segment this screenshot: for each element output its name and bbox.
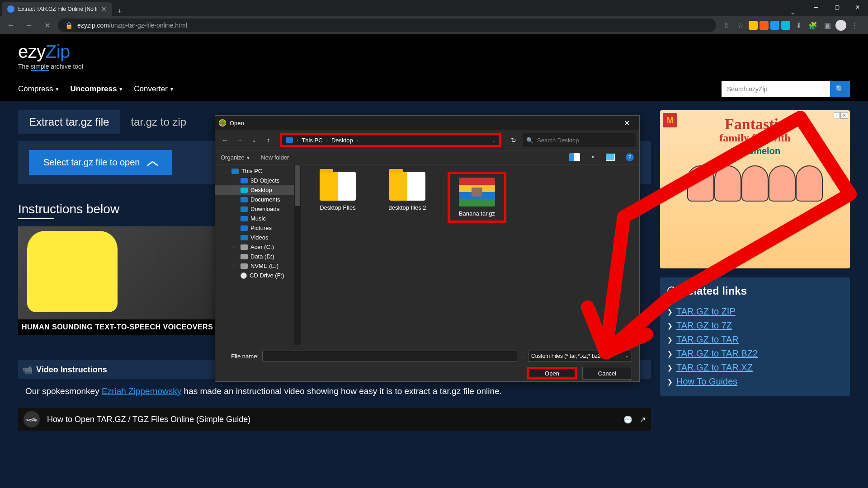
tree-item[interactable]: ›NVME (E:) [215, 261, 301, 271]
new-folder-button[interactable]: New folder [261, 154, 289, 161]
ad-close-icon[interactable]: ✕ [840, 112, 848, 119]
sidebar-ad[interactable]: M i ✕ Fantastic family fun with CoComelo… [660, 110, 850, 268]
new-tab-button[interactable]: + [112, 7, 128, 16]
related-link[interactable]: TAR.GZ to TAR.XZ [676, 362, 753, 373]
related-link[interactable]: How To Guides [676, 376, 737, 387]
file-open-dialog: Open ✕ ← → ⌄ ↑ › This PC › Desktop › ⌄ ↻… [215, 115, 640, 382]
related-link[interactable]: TAR.GZ to TAR [676, 334, 739, 345]
organize-menu[interactable]: Organize ▼ [221, 154, 250, 161]
search-input[interactable] [722, 81, 830, 97]
related-link[interactable]: TAR.GZ to ZIP [676, 306, 736, 317]
dialog-titlebar[interactable]: Open ✕ [215, 116, 639, 130]
refresh-button[interactable]: ↻ [506, 136, 521, 144]
breadcrumb-dropdown-icon[interactable]: ⌄ [492, 138, 495, 143]
star-icon[interactable]: ☆ [734, 19, 747, 32]
browser-tab[interactable]: Extract TAR.GZ File Online (No li ✕ [2, 2, 112, 16]
breadcrumb-bar[interactable]: › This PC › Desktop › ⌄ [280, 133, 501, 147]
dialog-open-button[interactable]: Open [527, 367, 577, 380]
share-icon[interactable]: ⇧ [720, 19, 732, 32]
file-item-folder[interactable]: desktop files 2 [378, 172, 437, 211]
view-mode-button[interactable] [569, 153, 580, 161]
tree-item[interactable]: Pictures [215, 223, 301, 233]
dialog-search-input[interactable]: 🔍 Search Desktop [523, 133, 636, 147]
tree-this-pc[interactable]: ⌄This PC [215, 166, 301, 176]
related-links-box: Related links ❯TAR.GZ to ZIP ❯TAR.GZ to … [660, 277, 850, 396]
tree-item[interactable]: CD Drive (F:) [215, 271, 301, 280]
select-file-button[interactable]: Select tar.gz file to open [29, 150, 172, 175]
url-domain: ezyzip.com [77, 22, 109, 29]
video-icon: 📹 [23, 365, 33, 375]
folder-icon [241, 178, 248, 183]
file-filter-select[interactable]: Custom Files (*.tar;*.xz;*.bz2...⌄ [528, 351, 632, 361]
resize-grip[interactable]: ⋰ [222, 380, 632, 385]
dialog-title: Open [230, 120, 244, 127]
help-icon[interactable]: ? [626, 153, 634, 161]
file-item-folder[interactable]: Desktop FIles [308, 172, 367, 211]
link-icon [667, 286, 676, 296]
dialog-back-button[interactable]: ← [219, 134, 231, 146]
chevron-right-icon: ❯ [667, 364, 673, 371]
file-list[interactable]: Desktop FIles desktop files 2 Banana.tar… [301, 164, 639, 345]
minimize-btn[interactable]: ─ [806, 0, 826, 14]
disk-icon [241, 254, 248, 259]
file-item-banana-targz[interactable]: Banana.tar.gz [448, 172, 506, 223]
watch-later-icon[interactable]: 🕓 [623, 415, 632, 424]
close-window-btn[interactable]: ✕ [847, 0, 868, 14]
extension-2-icon[interactable] [760, 21, 769, 30]
filename-input[interactable] [262, 351, 517, 361]
menu-icon[interactable]: ⋮ [848, 19, 861, 32]
tab-extract[interactable]: Extract tar.gz file [18, 110, 120, 134]
chevron-right-icon: ❯ [667, 308, 673, 315]
tree-scrollbar[interactable] [294, 164, 301, 345]
nav-uncompress[interactable]: Uncompress▼ [70, 84, 123, 94]
tree-item[interactable]: ›Data (D:) [215, 252, 301, 261]
maximize-btn[interactable]: ▢ [826, 0, 847, 14]
folder-icon [389, 172, 425, 201]
download-icon[interactable]: ⬇ [792, 19, 805, 32]
dialog-forward-button[interactable]: → [233, 134, 246, 146]
back-button[interactable]: ← [4, 18, 18, 33]
video-embed[interactable]: ezyZip How to Open TAR.GZ / TGZ Files On… [18, 408, 651, 431]
nav-compress[interactable]: Compress▼ [18, 84, 59, 94]
related-link[interactable]: TAR.GZ to TAR.BZ2 [676, 348, 758, 359]
extension-1-icon[interactable] [749, 21, 758, 30]
tree-item[interactable]: ›3D Objects [215, 176, 301, 185]
stop-button[interactable]: ✕ [40, 18, 54, 33]
spokesmonkey-link[interactable]: Ezriah Zippernowsky [102, 386, 181, 396]
site-logo[interactable]: ezyZip The simple archive tool [18, 42, 83, 70]
pc-icon [286, 137, 293, 143]
sidepanel-icon[interactable]: ▣ [821, 19, 834, 32]
tree-item-desktop[interactable]: ›Desktop [215, 185, 301, 195]
tree-item[interactable]: Videos [215, 233, 301, 242]
share-video-icon[interactable]: ↗ [640, 415, 646, 424]
profile-avatar[interactable] [835, 20, 846, 31]
close-tab-icon[interactable]: ✕ [101, 5, 107, 13]
extensions-icon[interactable]: 🧩 [807, 19, 819, 32]
tree-item[interactable]: Music [215, 214, 301, 223]
ad-video-banner[interactable]: HUMAN SOUNDING TEXT-TO-SPEECH VOICEOVERS [18, 226, 235, 335]
cd-icon [241, 272, 247, 279]
dialog-cancel-button[interactable]: Cancel [582, 367, 632, 380]
ad-info-icon[interactable]: i [834, 112, 840, 118]
folder-icon [241, 235, 248, 240]
chevron-right-icon: ❯ [667, 378, 673, 385]
search-button[interactable]: 🔍 [830, 81, 850, 97]
filename-label: File name: [222, 353, 259, 360]
forward-button[interactable]: → [22, 18, 36, 33]
dialog-close-button[interactable]: ✕ [618, 119, 636, 127]
address-bar[interactable]: 🔒 ezyzip.com/unzip-tar-gz-file-online.ht… [58, 19, 716, 32]
dialog-up-button[interactable]: ↑ [262, 134, 275, 146]
tab-tozip[interactable]: tar.gz to zip [120, 110, 197, 134]
dialog-recent-dropdown[interactable]: ⌄ [248, 134, 260, 146]
related-link[interactable]: TAR.GZ to 7Z [676, 320, 732, 331]
archive-icon [459, 178, 495, 206]
extension-3-icon[interactable] [770, 21, 779, 30]
nav-converter[interactable]: Converter▼ [134, 84, 174, 94]
tree-item[interactable]: ›Acer (C:) [215, 242, 301, 252]
extension-4-icon[interactable] [781, 21, 790, 30]
tree-item[interactable]: Documents [215, 195, 301, 204]
folder-icon [241, 206, 248, 212]
tab-title: Extract TAR.GZ File Online (No li [18, 6, 98, 12]
preview-pane-button[interactable] [606, 154, 615, 161]
tree-item[interactable]: Downloads [215, 204, 301, 214]
